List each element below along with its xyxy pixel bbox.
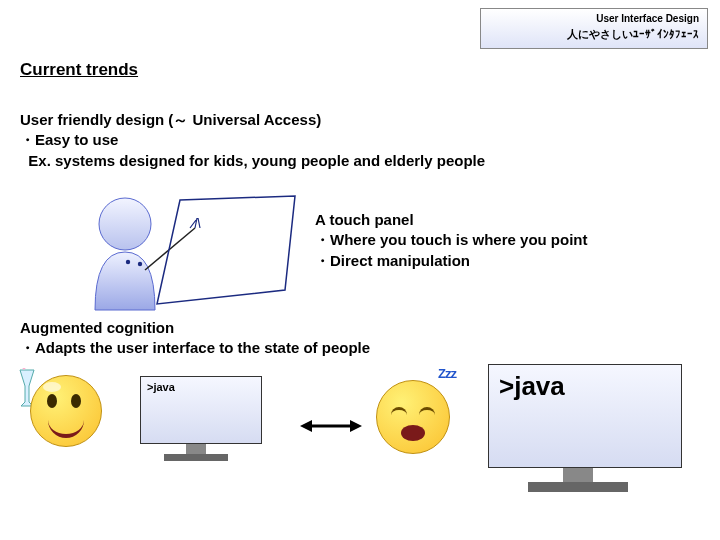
- svg-marker-9: [350, 420, 362, 432]
- small-monitor-screen-text: >java: [140, 376, 262, 444]
- touch-panel-block: A touch panel ・Where you touch is where …: [315, 210, 588, 271]
- svg-point-5: [23, 368, 26, 370]
- text-line: Ex. systems designed for kids, young peo…: [20, 151, 485, 171]
- svg-point-2: [138, 262, 142, 266]
- svg-point-1: [126, 260, 130, 264]
- svg-marker-8: [300, 420, 312, 432]
- text-line: ・Direct manipulation: [315, 251, 588, 271]
- sleepy-face-icon: [376, 380, 450, 454]
- large-monitor-screen-text: >java: [488, 364, 682, 468]
- section-title: Current trends: [20, 60, 138, 80]
- person-touch-panel-illustration: [85, 192, 315, 312]
- large-monitor: >java: [488, 364, 668, 492]
- svg-point-0: [99, 198, 151, 250]
- text-line: ・Adapts the user interface to the state …: [20, 338, 370, 358]
- user-friendly-block: User friendly design (～ Universal Access…: [20, 110, 485, 171]
- text-line: ・Easy to use: [20, 130, 485, 150]
- zzz-text: Zzz: [438, 366, 456, 381]
- double-arrow-icon: [300, 418, 362, 434]
- text-line: User friendly design (～ Universal Access…: [20, 110, 485, 130]
- text-line: ・Where you touch is where you point: [315, 230, 588, 250]
- header-title: User Interface Design: [489, 13, 699, 24]
- small-monitor: >java: [140, 376, 252, 461]
- svg-marker-4: [157, 196, 295, 304]
- svg-line-3: [145, 228, 195, 270]
- header-subtitle: 人にやさしいﾕｰｻﾞｲﾝﾀﾌｪｰｽ: [489, 27, 699, 42]
- text-line: Augmented cognition: [20, 318, 370, 338]
- happy-face-icon: [30, 375, 102, 447]
- augmented-cognition-block: Augmented cognition ・Adapts the user int…: [20, 318, 370, 359]
- text-line: A touch panel: [315, 210, 588, 230]
- header-box: User Interface Design 人にやさしいﾕｰｻﾞｲﾝﾀﾌｪｰｽ: [480, 8, 708, 49]
